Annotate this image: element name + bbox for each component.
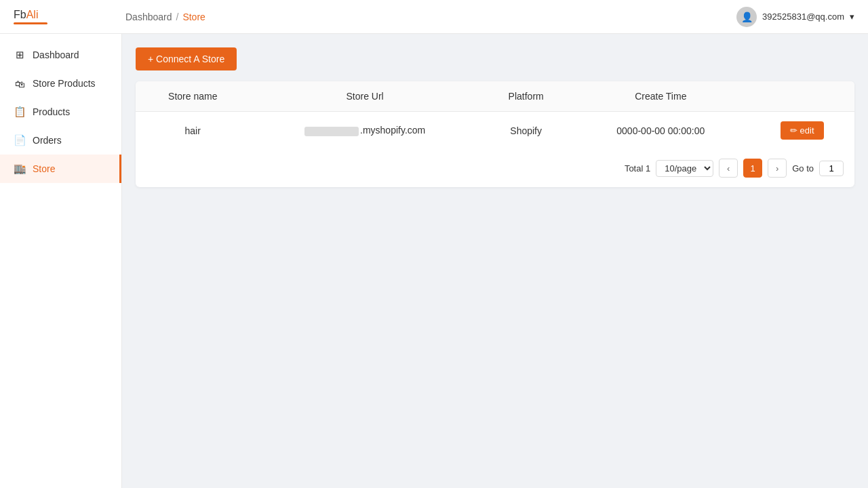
main-content: + Connect A Store Store name Store Url P…	[122, 34, 868, 488]
sidebar-item-dashboard[interactable]: ⊞ Dashboard	[0, 41, 121, 69]
page-1-button[interactable]: 1	[743, 159, 762, 178]
table-header-row: Store name Store Url Platform Create Tim…	[136, 81, 854, 112]
url-blur	[304, 127, 359, 136]
sidebar-label-dashboard: Dashboard	[33, 49, 79, 60]
pagination: Total 1 10/page 20/page 50/page ‹ 1 › Go…	[136, 149, 854, 187]
logo: FbAli	[14, 9, 47, 24]
sidebar-label-orders: Orders	[33, 135, 62, 146]
col-create-time: Create Time	[572, 81, 749, 112]
products-icon: 📋	[14, 106, 26, 118]
logo-ali: Ali	[26, 9, 39, 20]
col-store-name: Store name	[136, 81, 250, 112]
cell-store-name: hair	[136, 112, 250, 150]
breadcrumb-dashboard[interactable]: Dashboard	[125, 12, 172, 22]
col-actions	[749, 81, 854, 112]
store-table-card: Store name Store Url Platform Create Tim…	[136, 81, 854, 187]
sidebar-label-store: Store	[33, 163, 55, 174]
cell-create-time: 0000-00-00 00:00:00	[572, 112, 749, 150]
header-user-area: 👤 392525831@qq.com ▾	[736, 7, 854, 27]
breadcrumb: Dashboard / Store	[125, 12, 205, 22]
app-layout: ⊞ Dashboard 🛍 Store Products 📋 Products …	[0, 34, 868, 488]
edit-label: edit	[800, 125, 814, 136]
total-label: Total 1	[625, 163, 650, 174]
sidebar-item-orders[interactable]: 📄 Orders	[0, 126, 121, 155]
logo-fb: Fb	[14, 9, 26, 20]
page-size-select[interactable]: 10/page 20/page 50/page	[656, 160, 713, 177]
sidebar: ⊞ Dashboard 🛍 Store Products 📋 Products …	[0, 34, 122, 488]
store-table: Store name Store Url Platform Create Tim…	[136, 81, 854, 149]
goto-label: Go to	[792, 163, 814, 174]
cell-actions: ✏ edit	[749, 112, 854, 150]
orders-icon: 📄	[14, 134, 26, 146]
edit-icon: ✏	[790, 125, 797, 136]
url-suffix: .myshopify.com	[360, 125, 425, 136]
sidebar-item-store-products[interactable]: 🛍 Store Products	[0, 69, 121, 98]
user-avatar: 👤	[736, 7, 757, 27]
cell-store-url: .myshopify.com	[250, 112, 479, 150]
goto-input[interactable]	[819, 161, 844, 176]
store-products-icon: 🛍	[14, 77, 26, 89]
cell-platform: Shopify	[480, 112, 572, 150]
col-store-url: Store Url	[250, 81, 479, 112]
breadcrumb-current: Store	[182, 12, 205, 22]
dashboard-icon: ⊞	[14, 49, 26, 61]
col-platform: Platform	[480, 81, 572, 112]
logo-underline	[14, 22, 47, 24]
top-header: FbAli Dashboard / Store 👤 392525831@qq.c…	[0, 0, 868, 34]
next-page-button[interactable]: ›	[768, 159, 787, 178]
user-dropdown-icon[interactable]: ▾	[850, 12, 854, 22]
breadcrumb-separator: /	[176, 12, 179, 22]
sidebar-item-store[interactable]: 🏬 Store	[0, 155, 121, 183]
user-email: 392525831@qq.com	[762, 12, 844, 22]
sidebar-label-store-products: Store Products	[33, 78, 96, 89]
sidebar-item-products[interactable]: 📋 Products	[0, 98, 121, 126]
connect-store-button[interactable]: + Connect A Store	[136, 47, 237, 70]
sidebar-label-products: Products	[33, 106, 70, 117]
edit-button[interactable]: ✏ edit	[781, 121, 824, 140]
store-icon: 🏬	[14, 163, 26, 175]
table-row: hair .myshopify.com Shopify 0000-00-00 0…	[136, 112, 854, 150]
prev-page-button[interactable]: ‹	[719, 159, 738, 178]
